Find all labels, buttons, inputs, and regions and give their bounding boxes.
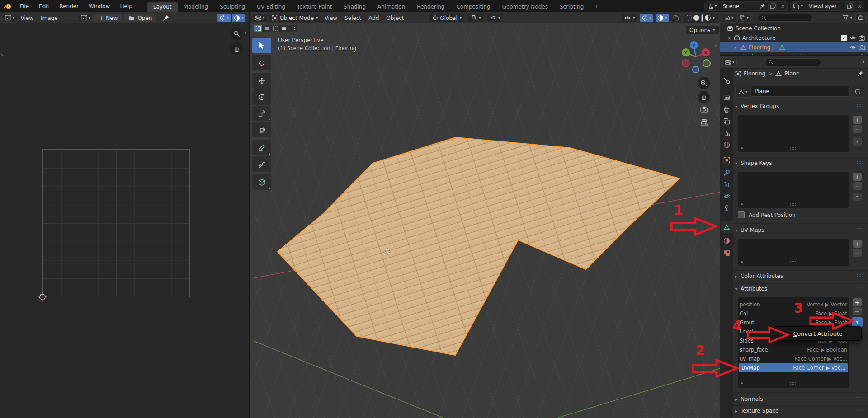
xray-toggle[interactable] xyxy=(671,14,681,22)
panel-color-attributes[interactable]: ▸Color Attributes xyxy=(735,273,783,279)
list-resize-grip[interactable]: ∷∷ xyxy=(790,202,797,207)
transform-orientation-dropdown[interactable]: Global▾ xyxy=(429,14,465,22)
select-mode-extend[interactable] xyxy=(263,25,271,32)
list-expand-icon[interactable]: ▸ xyxy=(741,146,744,150)
panel-texture-space[interactable]: ▸Texture Space xyxy=(735,408,778,414)
list-expand-icon[interactable]: ▸ xyxy=(741,380,744,385)
list-resize-grip[interactable]: ∷∷ xyxy=(790,146,797,151)
workspace-tab-texture-paint[interactable]: Texture Paint xyxy=(291,2,338,12)
workspace-tab-uv-editing[interactable]: UV Editing xyxy=(251,2,291,12)
flooring-object[interactable] xyxy=(278,137,679,355)
attribute-row-uvmap-selected[interactable]: UVMapFace Corner ▶ Vec... xyxy=(739,363,848,372)
tab-render[interactable] xyxy=(721,92,733,103)
menu-select[interactable]: Select xyxy=(341,15,365,21)
vertex-group-add-button[interactable]: + xyxy=(853,116,862,124)
panel-vertex-groups[interactable]: ▾Vertex Groups xyxy=(735,103,779,109)
tool-scale[interactable] xyxy=(252,106,271,121)
fake-user-shield-button[interactable] xyxy=(852,86,863,98)
add-rest-position-checkbox[interactable] xyxy=(738,211,745,218)
visibility-dropdown[interactable]: ▾ xyxy=(622,14,638,22)
list-resize-grip[interactable]: ∷∷ xyxy=(790,260,797,265)
viewlayer-remove-button[interactable]: × xyxy=(855,2,864,10)
scene-unlink-button[interactable]: × xyxy=(778,2,787,10)
panel-grip[interactable]: ∷∷ xyxy=(857,103,863,108)
mesh-browse-button[interactable]: ▾ xyxy=(735,86,750,98)
snap-toggle[interactable]: ▾ xyxy=(468,14,484,22)
properties-options-dropdown[interactable]: ▾ xyxy=(862,60,864,64)
attribute-row-sharp-face[interactable]: sharp_faceFace ▶ Boolean xyxy=(740,345,847,354)
outliner-row-scene-collection[interactable]: Scene Collection xyxy=(720,23,868,33)
region-expand-arrow[interactable]: › xyxy=(1,52,3,58)
proportional-edit-toggle[interactable]: ▾ xyxy=(487,14,503,22)
gizmo-minus-y-axis[interactable] xyxy=(703,60,710,67)
shading-rendered[interactable] xyxy=(705,15,711,21)
shading-wireframe[interactable] xyxy=(686,15,692,21)
workspace-tab-shading[interactable]: Shading xyxy=(338,2,372,12)
panel-normals[interactable]: ▸Normals xyxy=(735,396,763,402)
tab-world[interactable] xyxy=(721,139,733,150)
select-mode-intersect[interactable] xyxy=(288,25,297,32)
properties-editor-type-button[interactable]: ▾ xyxy=(722,57,737,67)
viewport-ortho-toggle-button[interactable] xyxy=(700,118,708,126)
zoom-button[interactable] xyxy=(231,28,243,40)
scene-browse-button[interactable]: ▾ xyxy=(705,2,719,10)
workspace-tab-geometry-nodes[interactable]: Geometry Nodes xyxy=(496,2,554,12)
scene-name[interactable]: Scene xyxy=(719,3,758,9)
hide-eye-icon[interactable] xyxy=(849,35,856,40)
outliner-display-mode-button[interactable]: ▾ xyxy=(722,13,736,23)
scene-new-copy-button[interactable] xyxy=(768,2,777,10)
workspace-tab-layout[interactable]: Layout xyxy=(147,2,178,12)
vertex-groups-list[interactable]: ▸ ∷∷ xyxy=(738,115,849,152)
properties-region-arrow[interactable]: ‹ xyxy=(715,42,717,49)
collapse-icon[interactable]: ▾ xyxy=(727,36,731,40)
workspace-tab-animation[interactable]: Animation xyxy=(372,2,411,12)
panel-grip[interactable]: ∷∷ xyxy=(857,273,863,278)
menu-object[interactable]: Object xyxy=(382,15,407,21)
tab-modifiers[interactable] xyxy=(721,167,733,178)
menu-item-convert-attribute[interactable]: Convert Attribute xyxy=(774,330,861,337)
outliner-restriction-button[interactable]: ▾ xyxy=(737,13,751,23)
panel-grip[interactable]: ∷∷ xyxy=(857,408,863,413)
outliner-filter-button[interactable]: ▾ xyxy=(841,14,854,22)
menu-window[interactable]: Window xyxy=(84,3,115,9)
vertex-group-specials-button[interactable]: ▾ xyxy=(853,137,862,146)
tool-transform[interactable] xyxy=(252,122,271,137)
pin-icon[interactable] xyxy=(161,14,171,22)
open-image-button[interactable]: Open xyxy=(124,14,156,22)
shape-key-remove-button[interactable]: − xyxy=(853,182,862,190)
workspace-tab-rendering[interactable]: Rendering xyxy=(411,2,450,12)
shading-dropdown[interactable]: ▾ xyxy=(712,16,715,20)
tool-select-box[interactable] xyxy=(252,38,271,53)
image-browse-button[interactable]: ▾ xyxy=(79,13,93,23)
tab-constraints[interactable] xyxy=(721,202,733,214)
menu-view[interactable]: View xyxy=(17,15,37,21)
list-expand-icon[interactable]: ▸ xyxy=(741,259,744,264)
tab-view-layer[interactable] xyxy=(721,116,733,127)
tab-particles[interactable] xyxy=(721,179,733,190)
menu-image[interactable]: Image xyxy=(37,15,61,21)
gizmo-minus-x-axis[interactable] xyxy=(682,60,689,67)
viewlayer-browse-button[interactable]: ▾ xyxy=(791,2,805,10)
menu-file[interactable]: File xyxy=(15,3,34,9)
sidebar-collapse-arrow[interactable]: ‹ xyxy=(244,30,246,36)
select-mode-invert[interactable] xyxy=(280,25,288,32)
attribute-row-grout[interactable]: GroutFace ▶ Float xyxy=(740,318,847,327)
panel-attributes[interactable]: ▾Attributes xyxy=(735,286,767,292)
select-mode-subtract[interactable] xyxy=(271,25,280,32)
tool-annotate[interactable] xyxy=(252,140,271,155)
breadcrumb-object[interactable]: Flooring xyxy=(744,70,765,77)
tab-scene[interactable] xyxy=(721,127,733,139)
tool-move[interactable] xyxy=(252,73,271,89)
menu-render[interactable]: Render xyxy=(54,3,84,9)
shading-solid[interactable] xyxy=(693,15,699,21)
mesh-name-input[interactable]: Plane xyxy=(750,86,850,97)
tab-texture[interactable] xyxy=(721,248,733,259)
menu-help[interactable]: Help xyxy=(115,3,137,9)
attribute-add-button[interactable]: + xyxy=(853,298,862,306)
shape-keys-list[interactable]: ▸ ∷∷ xyxy=(738,172,849,208)
viewlayer-name[interactable]: ViewLayer xyxy=(805,3,844,9)
viewport-zoom-button[interactable] xyxy=(698,77,710,89)
navigation-gizmo[interactable]: Z Y X xyxy=(678,40,714,76)
panel-grip[interactable]: ∷∷ xyxy=(857,396,863,401)
mode-dropdown[interactable]: Object Mode▾ xyxy=(269,14,321,22)
